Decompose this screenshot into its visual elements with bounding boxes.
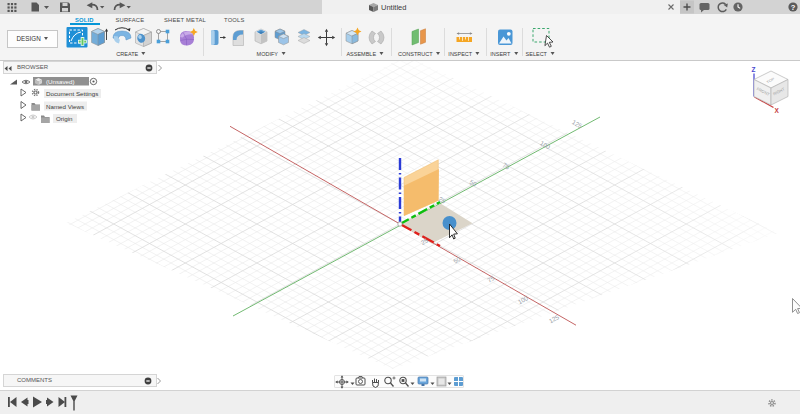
svg-text:Origin: Origin [56,115,73,122]
svg-text:(Unsaved): (Unsaved) [46,78,75,85]
svg-text:125: 125 [571,118,584,129]
svg-text:X: X [775,107,780,114]
svg-text:Document Settings: Document Settings [46,90,98,97]
svg-text:Named Views: Named Views [46,103,84,110]
svg-text:Z: Z [752,66,756,73]
